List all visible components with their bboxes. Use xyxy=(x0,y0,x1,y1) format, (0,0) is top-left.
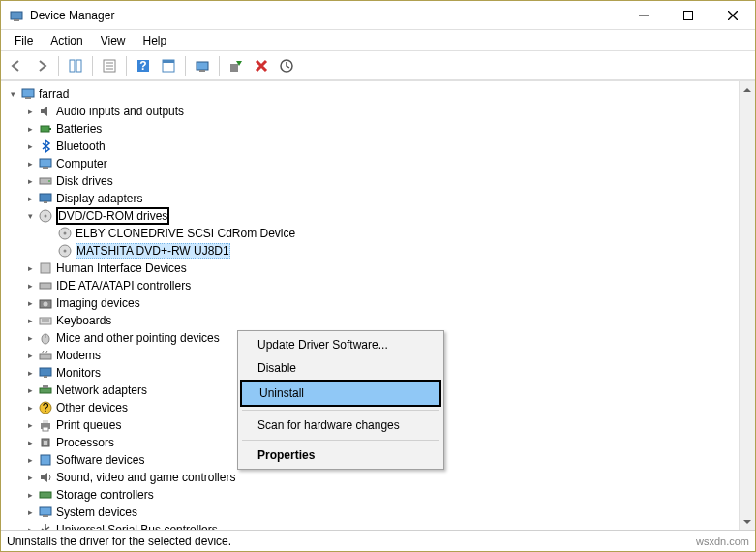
dvd-icon xyxy=(38,208,53,224)
sound-icon xyxy=(38,470,53,485)
tree-node-display[interactable]: ▸Display adapters xyxy=(1,190,739,207)
tree-label: Monitors xyxy=(56,366,101,380)
svg-rect-7 xyxy=(76,60,81,72)
ctx-scan[interactable]: Scan for hardware changes xyxy=(240,414,441,437)
tree-label: Human Interface Devices xyxy=(56,261,187,275)
status-text: Uninstalls the driver for the selected d… xyxy=(7,535,231,548)
caret-right-icon[interactable]: ▸ xyxy=(24,141,36,151)
show-hide-tree-button[interactable] xyxy=(64,54,87,77)
tree-root[interactable]: ▾ farrad xyxy=(1,85,739,103)
svg-rect-18 xyxy=(230,64,238,72)
svg-rect-56 xyxy=(44,441,47,445)
caret-right-icon[interactable]: ▸ xyxy=(24,473,36,482)
uninstall-button[interactable] xyxy=(250,54,273,77)
properties-button[interactable] xyxy=(98,54,121,77)
ctx-disable[interactable]: Disable xyxy=(240,356,441,380)
svg-rect-20 xyxy=(22,89,34,97)
svg-point-35 xyxy=(64,250,67,253)
tree-node-system[interactable]: ▸System devices xyxy=(1,504,739,521)
scroll-up-icon[interactable] xyxy=(740,81,755,98)
tree-node-batteries[interactable]: ▸Batteries xyxy=(1,120,739,138)
menu-help[interactable]: Help xyxy=(136,32,175,49)
enable-button[interactable] xyxy=(225,54,248,77)
help-button[interactable]: ? xyxy=(132,54,155,77)
scan-hardware-button[interactable] xyxy=(191,54,214,77)
caret-right-icon[interactable]: ▸ xyxy=(24,281,36,291)
tree-node-keyboards[interactable]: ▸Keyboards xyxy=(1,312,739,329)
caret-right-icon[interactable]: ▸ xyxy=(24,368,36,378)
tree-label: Sound, video and game controllers xyxy=(56,471,235,484)
software-icon xyxy=(38,452,53,468)
svg-point-39 xyxy=(44,302,48,307)
menu-view[interactable]: View xyxy=(93,32,134,49)
tree-node-usb[interactable]: ▸Universal Serial Bus controllers xyxy=(1,521,739,530)
caret-right-icon[interactable]: ▸ xyxy=(24,124,36,134)
minimize-button[interactable] xyxy=(621,1,666,30)
svg-rect-6 xyxy=(70,60,75,72)
caret-right-icon[interactable]: ▸ xyxy=(24,333,36,343)
tree-node-bluetooth[interactable]: ▸Bluetooth xyxy=(1,138,739,155)
hid-icon xyxy=(38,261,53,276)
caret-right-icon[interactable]: ▸ xyxy=(24,455,36,465)
svg-rect-0 xyxy=(11,12,22,19)
caret-right-icon[interactable]: ▸ xyxy=(24,403,36,413)
caret-right-icon[interactable]: ▸ xyxy=(24,525,36,530)
storage-icon xyxy=(38,487,53,503)
caret-right-icon[interactable]: ▸ xyxy=(24,438,36,447)
back-button[interactable] xyxy=(5,54,28,77)
scroll-track[interactable] xyxy=(740,98,755,513)
svg-rect-37 xyxy=(40,283,51,289)
highlight-box: DVD/CD-ROM drives xyxy=(56,207,169,225)
caret-right-icon[interactable]: ▸ xyxy=(24,263,36,273)
maximize-button[interactable] xyxy=(666,1,711,30)
tree-node-hid[interactable]: ▸Human Interface Devices xyxy=(1,260,739,277)
device-tree[interactable]: ▾ farrad ▸Audio inputs and outputs ▸Batt… xyxy=(1,81,739,530)
svg-text:?: ? xyxy=(43,401,49,414)
battery-icon xyxy=(38,121,53,137)
action-button[interactable] xyxy=(157,54,180,77)
close-button[interactable] xyxy=(711,1,755,30)
tree-label: Computer xyxy=(56,157,107,170)
caret-right-icon[interactable]: ▸ xyxy=(24,107,36,116)
ctx-update-driver[interactable]: Update Driver Software... xyxy=(240,333,441,356)
ctx-properties[interactable]: Properties xyxy=(240,444,441,467)
ctx-uninstall[interactable]: Uninstall xyxy=(242,382,439,405)
tree-node-imaging[interactable]: ▸Imaging devices xyxy=(1,294,739,312)
caret-down-icon[interactable]: ▾ xyxy=(24,211,36,221)
caret-right-icon[interactable]: ▸ xyxy=(24,159,36,169)
mouse-icon xyxy=(38,330,53,346)
caret-right-icon[interactable]: ▸ xyxy=(24,507,36,517)
tree-node-sound[interactable]: ▸Sound, video and game controllers xyxy=(1,469,739,486)
menu-action[interactable]: Action xyxy=(43,32,90,49)
tree-label: Modems xyxy=(56,349,101,362)
svg-rect-22 xyxy=(41,126,49,132)
caret-right-icon[interactable]: ▸ xyxy=(24,176,36,186)
camera-icon xyxy=(38,295,53,311)
caret-right-icon[interactable]: ▸ xyxy=(24,420,36,430)
forward-button[interactable] xyxy=(30,54,53,77)
svg-rect-28 xyxy=(40,194,51,201)
tree-node-dvd-child2[interactable]: MATSHITA DVD+-RW UJ8D1 xyxy=(1,242,739,260)
update-driver-button[interactable] xyxy=(275,54,298,77)
tree-node-dvd-child1[interactable]: ELBY CLONEDRIVE SCSI CdRom Device xyxy=(1,225,739,242)
tree-node-dvd[interactable]: ▾DVD/CD-ROM drives xyxy=(1,207,739,225)
caret-down-icon[interactable]: ▾ xyxy=(7,89,18,99)
tree-node-computer[interactable]: ▸Computer xyxy=(1,155,739,172)
caret-right-icon[interactable]: ▸ xyxy=(24,490,36,500)
svg-rect-21 xyxy=(25,97,31,99)
tree-node-ide[interactable]: ▸IDE ATA/ATAPI controllers xyxy=(1,277,739,294)
caret-right-icon[interactable]: ▸ xyxy=(24,194,36,203)
toolbar: ? xyxy=(1,51,755,80)
tree-node-audio[interactable]: ▸Audio inputs and outputs xyxy=(1,103,739,120)
caret-right-icon[interactable]: ▸ xyxy=(24,316,36,325)
vertical-scrollbar[interactable] xyxy=(739,81,755,530)
tree-node-storage[interactable]: ▸Storage controllers xyxy=(1,486,739,504)
svg-rect-16 xyxy=(197,62,208,70)
tree-node-disk[interactable]: ▸Disk drives xyxy=(1,172,739,190)
svg-rect-29 xyxy=(44,201,47,203)
caret-right-icon[interactable]: ▸ xyxy=(24,351,36,360)
caret-right-icon[interactable]: ▸ xyxy=(24,298,36,308)
menu-file[interactable]: File xyxy=(7,32,41,49)
scroll-down-icon[interactable] xyxy=(740,513,755,530)
caret-right-icon[interactable]: ▸ xyxy=(24,385,36,395)
